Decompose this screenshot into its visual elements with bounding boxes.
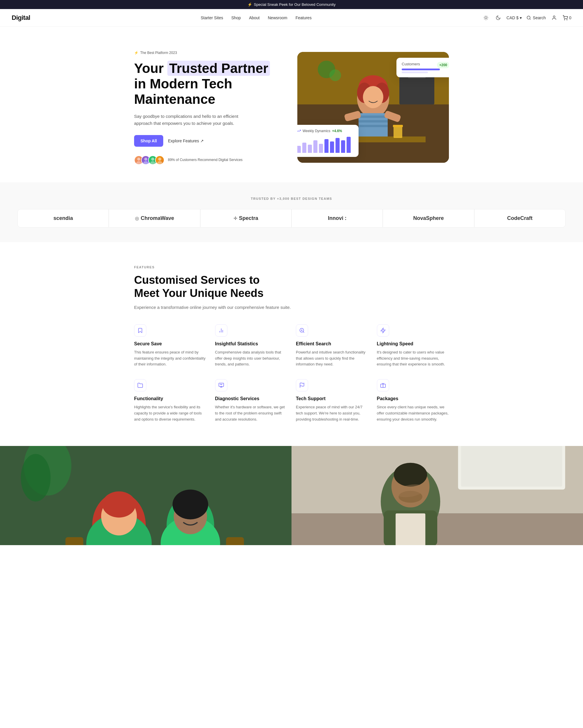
chart-bar-1 bbox=[302, 142, 306, 153]
explore-features-button[interactable]: Explore Features ↗ bbox=[168, 138, 204, 143]
customer-bar-2 bbox=[402, 72, 428, 73]
logo-spectra-text: Spectra bbox=[239, 215, 258, 222]
feature-icon-packages bbox=[377, 379, 389, 391]
feature-name-efficient-search: Efficient Search bbox=[296, 341, 368, 346]
hero-section: ⚡ The Best Platform 2023 Your Trusted Pa… bbox=[0, 27, 583, 182]
nav-features[interactable]: Features bbox=[296, 16, 312, 20]
dark-mode-button[interactable] bbox=[494, 14, 502, 22]
logo-novasphere-text: NovaSphere bbox=[413, 215, 444, 222]
svg-point-16 bbox=[144, 157, 147, 161]
chart-value: +4.6% bbox=[332, 129, 342, 133]
chart-bar-0 bbox=[297, 146, 301, 153]
customers-card-title: Customers bbox=[402, 62, 420, 66]
logo-scendia: scendia bbox=[18, 209, 109, 228]
customer-bar-1 bbox=[402, 69, 440, 70]
nav-shop[interactable]: Shop bbox=[231, 16, 241, 20]
feature-icon-functionality bbox=[134, 379, 146, 391]
nav-about[interactable]: About bbox=[249, 16, 260, 20]
svg-point-21 bbox=[157, 161, 162, 164]
logo-innovi-text: Innovi : bbox=[328, 215, 346, 222]
svg-point-54 bbox=[21, 454, 50, 501]
feature-name-secure-save: Secure Save bbox=[134, 341, 206, 346]
svg-point-32 bbox=[363, 86, 383, 108]
nav-newsroom[interactable]: Newsroom bbox=[268, 16, 287, 20]
hero-content: ⚡ The Best Platform 2023 Your Trusted Pa… bbox=[117, 32, 466, 182]
feature-item-efficient-search: Efficient Search Powerful and intuitive … bbox=[296, 324, 368, 367]
feature-name-diagnostic-services: Diagnostic Services bbox=[215, 396, 287, 401]
svg-point-12 bbox=[564, 20, 565, 20]
features-tag: FEATURES bbox=[134, 265, 449, 269]
svg-point-58 bbox=[102, 491, 136, 517]
account-button[interactable] bbox=[550, 14, 558, 22]
feature-icon-secure-save bbox=[134, 324, 146, 337]
logo-spectra: ✛ Spectra bbox=[200, 209, 292, 228]
feature-item-tech-support: Tech Support Experience peace of mind wi… bbox=[296, 379, 368, 422]
svg-rect-70 bbox=[461, 446, 562, 487]
customers-bars bbox=[402, 69, 449, 73]
light-mode-button[interactable] bbox=[482, 14, 490, 22]
badge-text: The Best Platform 2023 bbox=[140, 51, 177, 55]
feature-name-functionality: Functionality bbox=[134, 396, 206, 401]
logo-codecraft: CodeCraft bbox=[474, 209, 565, 228]
chart-card: Weekly Dynamics +4.6% bbox=[297, 125, 359, 157]
svg-line-10 bbox=[530, 19, 530, 20]
feature-name-packages: Packages bbox=[377, 396, 449, 401]
svg-point-27 bbox=[329, 70, 341, 81]
currency-chevron: ▾ bbox=[520, 16, 522, 20]
svg-rect-76 bbox=[395, 513, 425, 545]
feature-icon-insightful-statistics bbox=[215, 324, 227, 337]
hero-description: Say goodbye to complications and hello t… bbox=[134, 113, 251, 127]
svg-rect-40 bbox=[393, 126, 402, 138]
announcement-bar: ⚡ Special Sneak Peek for Our Beloved Com… bbox=[0, 0, 583, 9]
svg-point-20 bbox=[158, 157, 162, 161]
social-proof-text: 89% of Customers Recommend Digital Servi… bbox=[168, 157, 243, 162]
announcement-text: Special Sneak Peek for Our Beloved Commu… bbox=[254, 2, 335, 7]
svg-point-11 bbox=[553, 16, 555, 18]
currency-selector[interactable]: CAD $ ▾ bbox=[507, 16, 522, 20]
feature-name-lightning-speed: Lightning Speed bbox=[377, 341, 449, 346]
chart-bar-9 bbox=[346, 137, 351, 153]
logo-innovi: Innovi : bbox=[292, 209, 383, 228]
chart-bar-3 bbox=[313, 140, 317, 153]
feature-name-insightful-statistics: Insightful Statistics bbox=[215, 341, 287, 346]
svg-point-15 bbox=[136, 161, 141, 164]
features-section: FEATURES Customised Services to Meet You… bbox=[0, 242, 583, 446]
cart-button[interactable]: 0 bbox=[563, 15, 571, 20]
chart-trend-icon bbox=[297, 129, 301, 133]
shop-all-button[interactable]: Shop All bbox=[134, 135, 163, 147]
customers-badge: +200 bbox=[437, 62, 449, 68]
feature-item-diagnostic-services: Diagnostic Services Whether it's hardwar… bbox=[215, 379, 287, 422]
chart-bar-5 bbox=[325, 139, 329, 153]
feature-desc-lightning-speed: It's designed to cater to users who valu… bbox=[377, 349, 449, 367]
feature-icon-efficient-search bbox=[296, 324, 308, 337]
nav-starter-sites[interactable]: Starter Sites bbox=[200, 16, 223, 20]
svg-point-9 bbox=[527, 16, 530, 19]
trusted-label: TRUSTED BY +3,000 BEST DESIGN TEAMS bbox=[18, 197, 565, 200]
feature-item-secure-save: Secure Save This feature ensures peace o… bbox=[134, 324, 206, 367]
feature-desc-diagnostic-services: Whether it's hardware or software, we ge… bbox=[215, 404, 287, 422]
avatar-group bbox=[134, 155, 164, 165]
chart-bar-7 bbox=[335, 138, 340, 153]
feature-name-tech-support: Tech Support bbox=[296, 396, 368, 401]
feature-item-functionality: Functionality Highlights the service's f… bbox=[134, 379, 206, 422]
hero-title-part2: in Modern Tech Maintenance bbox=[134, 76, 232, 107]
svg-rect-34 bbox=[359, 115, 388, 118]
search-label: Search bbox=[533, 16, 546, 20]
header: Digital Starter Sites Shop About Newsroo… bbox=[0, 9, 583, 27]
feature-desc-tech-support: Experience peace of mind with our 24/7 t… bbox=[296, 404, 368, 422]
svg-point-18 bbox=[151, 157, 155, 161]
logo-novasphere: NovaSphere bbox=[383, 209, 474, 228]
cart-icon bbox=[563, 15, 568, 20]
search-button[interactable]: Search bbox=[526, 16, 546, 20]
cart-count: 0 bbox=[569, 16, 571, 20]
hero-buttons: Shop All Explore Features ↗ bbox=[134, 135, 274, 147]
currency-label: CAD $ bbox=[507, 16, 519, 20]
feature-icon-lightning-speed bbox=[377, 324, 389, 337]
svg-rect-64 bbox=[65, 537, 83, 545]
chart-bar-4 bbox=[319, 144, 323, 153]
svg-rect-36 bbox=[359, 125, 388, 127]
logo[interactable]: Digital bbox=[12, 14, 30, 22]
feature-item-packages: Packages Since every client has unique n… bbox=[377, 379, 449, 422]
badge-icon: ⚡ bbox=[134, 51, 138, 55]
svg-rect-41 bbox=[393, 125, 403, 127]
